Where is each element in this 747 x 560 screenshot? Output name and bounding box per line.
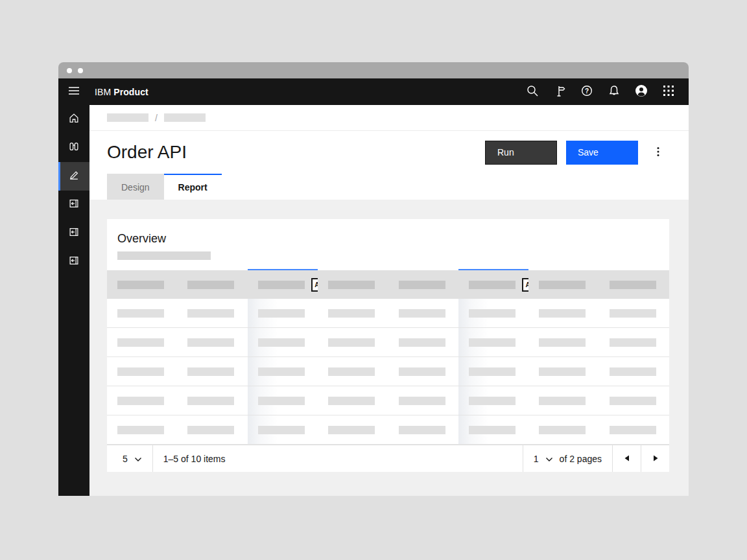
- app-switcher-button[interactable]: [655, 78, 682, 105]
- cell-skeleton: [258, 338, 305, 347]
- window-titlebar: [58, 62, 689, 78]
- help-icon: ?: [580, 84, 593, 99]
- window-control-dot[interactable]: [67, 68, 72, 73]
- cell-skeleton: [328, 309, 375, 318]
- sidebar-item-edit[interactable]: [58, 162, 89, 191]
- table-cell: [458, 299, 528, 327]
- overflow-menu-icon: [653, 146, 663, 159]
- cell-skeleton: [187, 368, 234, 376]
- cell-skeleton: [328, 368, 375, 376]
- table-row[interactable]: [107, 299, 669, 328]
- header-skeleton: [258, 281, 305, 289]
- brand-prefix: IBM: [95, 87, 111, 97]
- table-cell: [528, 299, 599, 327]
- table-cell: [528, 386, 599, 415]
- header-skeleton: [117, 281, 164, 289]
- table-cell: [248, 328, 318, 356]
- table-cell: [107, 357, 177, 386]
- app-window: IBM Product ?: [58, 62, 689, 496]
- tab-report[interactable]: Report: [164, 174, 222, 200]
- table-header-cell: [107, 270, 177, 299]
- previous-page-button[interactable]: [612, 445, 641, 472]
- overflow-menu-button[interactable]: [647, 141, 669, 165]
- signpost-button[interactable]: [546, 78, 573, 105]
- cell-skeleton: [539, 338, 586, 347]
- chevron-down-icon: [545, 454, 553, 464]
- cell-skeleton: [469, 338, 516, 347]
- caret-right-icon: [653, 454, 658, 463]
- sidebar-item-binoculars[interactable]: [58, 134, 89, 162]
- binoculars-icon: [68, 141, 80, 155]
- table-cell: [388, 386, 458, 415]
- table-row[interactable]: [107, 415, 669, 445]
- table-cell: [528, 328, 599, 356]
- page-header: Order API Run Save: [89, 131, 689, 174]
- table-cell: [318, 328, 388, 356]
- breadcrumb-skeleton[interactable]: [164, 113, 206, 122]
- cell-skeleton: [117, 368, 164, 376]
- account-button[interactable]: [628, 78, 655, 105]
- next-page-button[interactable]: [641, 445, 669, 472]
- cell-skeleton: [610, 338, 656, 347]
- cell-skeleton: [399, 426, 445, 434]
- table-cell: [599, 328, 669, 356]
- breadcrumb-skeleton[interactable]: [107, 113, 148, 122]
- cell-skeleton: [539, 426, 586, 434]
- cell-skeleton: [328, 397, 375, 405]
- table-cell: [177, 386, 247, 415]
- table-row[interactable]: [107, 386, 669, 415]
- notifications-button[interactable]: [600, 78, 628, 105]
- sidebar-item-open-panel-1[interactable]: [58, 191, 89, 219]
- cell-skeleton: [469, 426, 516, 434]
- breadcrumb-separator: /: [155, 113, 158, 123]
- header-skeleton: [610, 281, 656, 289]
- save-button[interactable]: Save: [566, 141, 638, 165]
- overview-section: Overview: [107, 219, 669, 270]
- table-cell: [107, 386, 177, 415]
- breadcrumb: /: [89, 105, 689, 131]
- header-skeleton: [399, 281, 445, 289]
- run-button[interactable]: Run: [485, 141, 557, 165]
- brand-name: Product: [113, 87, 148, 97]
- cell-skeleton: [187, 309, 234, 318]
- table-header-cell: [528, 270, 599, 299]
- pagination-bar: 5 1–5 of 10 items 1: [107, 445, 669, 472]
- page-number-select[interactable]: 1 of 2 pages: [523, 445, 612, 472]
- cell-skeleton: [539, 309, 586, 318]
- sidebar-item-open-panel-2[interactable]: [58, 219, 89, 248]
- table-row[interactable]: [107, 357, 669, 386]
- cell-skeleton: [258, 309, 305, 318]
- tab-design[interactable]: Design: [107, 174, 164, 200]
- table-cell: [318, 357, 388, 386]
- svg-text:?: ?: [585, 88, 589, 95]
- table-cell: [248, 357, 318, 386]
- cell-skeleton: [469, 397, 516, 405]
- window-control-dot[interactable]: [78, 68, 83, 73]
- cell-skeleton: [399, 309, 445, 318]
- table-row[interactable]: [107, 328, 669, 357]
- table-cell: [458, 328, 528, 356]
- cell-skeleton: [187, 397, 234, 405]
- cell-skeleton: [117, 309, 164, 318]
- cell-skeleton: [258, 397, 305, 405]
- hamburger-menu-button[interactable]: [58, 78, 89, 105]
- page-title: Order API: [107, 142, 187, 163]
- table-cell: [248, 386, 318, 415]
- edit-pencil-icon: [68, 169, 80, 183]
- header-skeleton: [539, 281, 586, 289]
- page-size-value: 5: [123, 454, 128, 464]
- table-cell: [528, 415, 599, 444]
- search-button[interactable]: [519, 78, 546, 105]
- page-size-select[interactable]: 5: [107, 445, 153, 472]
- sidebar-item-home[interactable]: [58, 105, 89, 134]
- cell-skeleton: [328, 426, 375, 434]
- sidebar-item-open-panel-3[interactable]: [58, 248, 89, 276]
- header-actions: ?: [519, 78, 682, 105]
- app-switcher-icon: [663, 85, 674, 99]
- help-button[interactable]: ?: [573, 78, 600, 105]
- cell-skeleton: [117, 338, 164, 347]
- cell-skeleton: [399, 338, 445, 347]
- home-icon: [68, 112, 80, 126]
- table-cell: [388, 357, 458, 386]
- table-cell: [248, 299, 318, 327]
